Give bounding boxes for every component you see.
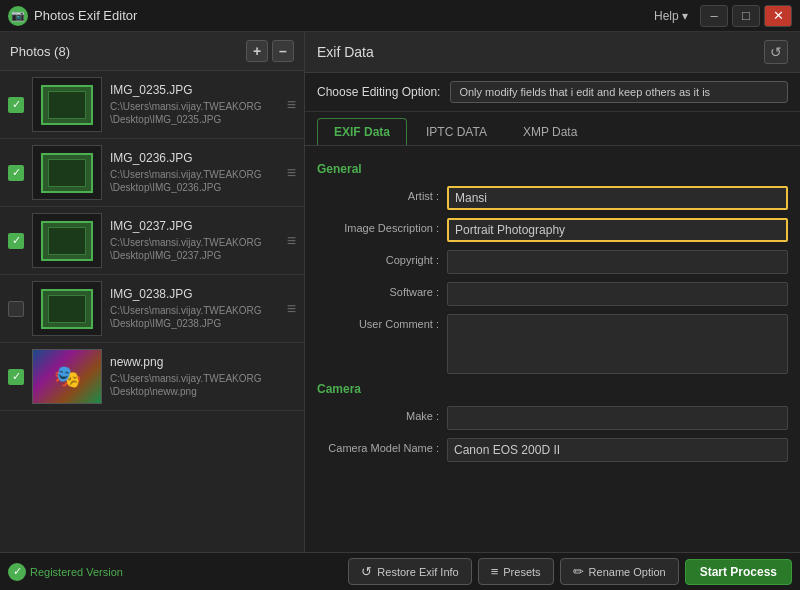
make-field-row: Make :	[317, 406, 788, 430]
tabs-bar: EXIF Data IPTC DATA XMP Data	[305, 112, 800, 146]
title-bar: 📷 Photos Exif Editor Help ▾ – □ ✕	[0, 0, 800, 32]
photo-checkbox[interactable]: ✓	[8, 369, 24, 385]
close-button[interactable]: ✕	[764, 5, 792, 27]
photo-thumbnail	[32, 281, 102, 336]
editing-option-label: Choose Editing Option:	[317, 85, 440, 99]
photo-path: C:\Users\mansi.vijay.TWEAKORG\Desktop\ne…	[110, 372, 296, 398]
camera-model-label: Camera Model Name :	[317, 438, 447, 454]
photo-info: neww.png C:\Users\mansi.vijay.TWEAKORG\D…	[110, 355, 296, 398]
list-item[interactable]: ✓ 🎭 neww.png C:\Users\mansi.vijay.TWEAKO…	[0, 343, 304, 411]
bottom-bar: ✓ Registered Version ↺ Restore Exif Info…	[0, 552, 800, 590]
make-input[interactable]	[447, 406, 788, 430]
photo-menu-icon[interactable]: ≡	[287, 300, 296, 318]
copyright-label: Copyright :	[317, 250, 447, 266]
photo-menu-icon[interactable]: ≡	[287, 232, 296, 250]
left-panel: Photos (8) + – ✓ IMG_0235.JPG C:\Users\m…	[0, 32, 305, 552]
help-button[interactable]: Help ▾	[654, 9, 688, 23]
presets-icon: ≡	[491, 564, 499, 579]
general-section-title: General	[317, 162, 788, 176]
photo-info: IMG_0235.JPG C:\Users\mansi.vijay.TWEAKO…	[110, 83, 283, 126]
photos-count-label: Photos (8)	[10, 44, 70, 59]
photo-info: IMG_0238.JPG C:\Users\mansi.vijay.TWEAKO…	[110, 287, 283, 330]
presets-label: Presets	[503, 566, 540, 578]
photo-thumbnail	[32, 145, 102, 200]
restore-label: Restore Exif Info	[377, 566, 458, 578]
minimize-button[interactable]: –	[700, 5, 728, 27]
photo-name: IMG_0236.JPG	[110, 151, 283, 165]
photo-name: IMG_0238.JPG	[110, 287, 283, 301]
app-logo: 📷	[8, 6, 28, 26]
exif-data-title: Exif Data	[317, 44, 374, 60]
right-panel-header: Exif Data ↺	[305, 32, 800, 73]
right-panel: Exif Data ↺ Choose Editing Option: Only …	[305, 32, 800, 552]
start-process-button[interactable]: Start Process	[685, 559, 792, 585]
photo-checkbox[interactable]: ✓	[8, 233, 24, 249]
photo-list: ✓ IMG_0235.JPG C:\Users\mansi.vijay.TWEA…	[0, 71, 304, 552]
user-comment-field-row: User Comment :	[317, 314, 788, 374]
restore-icon: ↺	[361, 564, 372, 579]
make-label: Make :	[317, 406, 447, 422]
photo-path: C:\Users\mansi.vijay.TWEAKORG\Desktop\IM…	[110, 100, 283, 126]
photo-checkbox[interactable]: ✓	[8, 97, 24, 113]
add-photo-button[interactable]: +	[246, 40, 268, 62]
window-controls: – □ ✕	[700, 5, 792, 27]
artist-input[interactable]	[447, 186, 788, 210]
camera-model-input[interactable]	[447, 438, 788, 462]
bottom-buttons: ↺ Restore Exif Info ≡ Presets ✏ Rename O…	[348, 558, 792, 585]
list-item[interactable]: ✓ IMG_0237.JPG C:\Users\mansi.vijay.TWEA…	[0, 207, 304, 275]
photo-path: C:\Users\mansi.vijay.TWEAKORG\Desktop\IM…	[110, 168, 283, 194]
image-description-input[interactable]	[447, 218, 788, 242]
remove-photo-button[interactable]: –	[272, 40, 294, 62]
photo-info: IMG_0236.JPG C:\Users\mansi.vijay.TWEAKO…	[110, 151, 283, 194]
artist-field-row: Artist :	[317, 186, 788, 210]
image-description-field-row: Image Description :	[317, 218, 788, 242]
registered-text: Registered Version	[30, 566, 123, 578]
copyright-field-row: Copyright :	[317, 250, 788, 274]
rename-icon: ✏	[573, 564, 584, 579]
tab-exif-data[interactable]: EXIF Data	[317, 118, 407, 145]
left-panel-header: Photos (8) + –	[0, 32, 304, 71]
photo-name: IMG_0235.JPG	[110, 83, 283, 97]
rename-option-button[interactable]: ✏ Rename Option	[560, 558, 679, 585]
main-container: Photos (8) + – ✓ IMG_0235.JPG C:\Users\m…	[0, 32, 800, 552]
refresh-button[interactable]: ↺	[764, 40, 788, 64]
software-field-row: Software :	[317, 282, 788, 306]
photo-path: C:\Users\mansi.vijay.TWEAKORG\Desktop\IM…	[110, 304, 283, 330]
rename-label: Rename Option	[589, 566, 666, 578]
photo-thumbnail	[32, 77, 102, 132]
presets-button[interactable]: ≡ Presets	[478, 558, 554, 585]
restore-exif-button[interactable]: ↺ Restore Exif Info	[348, 558, 471, 585]
copyright-input[interactable]	[447, 250, 788, 274]
photo-checkbox[interactable]	[8, 301, 24, 317]
exif-form: General Artist : Image Description : Cop…	[305, 146, 800, 552]
photo-menu-icon[interactable]: ≡	[287, 164, 296, 182]
artist-label: Artist :	[317, 186, 447, 202]
user-comment-textarea[interactable]	[447, 314, 788, 374]
list-item[interactable]: ✓ IMG_0235.JPG C:\Users\mansi.vijay.TWEA…	[0, 71, 304, 139]
software-input[interactable]	[447, 282, 788, 306]
photo-path: C:\Users\mansi.vijay.TWEAKORG\Desktop\IM…	[110, 236, 283, 262]
user-comment-label: User Comment :	[317, 314, 447, 330]
tab-xmp-data[interactable]: XMP Data	[506, 118, 594, 145]
registered-icon: ✓	[8, 563, 26, 581]
photo-thumbnail: 🎭	[32, 349, 102, 404]
list-item[interactable]: ✓ IMG_0236.JPG C:\Users\mansi.vijay.TWEA…	[0, 139, 304, 207]
photo-menu-icon[interactable]: ≡	[287, 96, 296, 114]
app-title: Photos Exif Editor	[34, 8, 654, 23]
camera-model-field-row: Camera Model Name :	[317, 438, 788, 462]
registered-status: ✓ Registered Version	[8, 563, 344, 581]
camera-section-title: Camera	[317, 382, 788, 396]
software-label: Software :	[317, 282, 447, 298]
editing-option-select[interactable]: Only modify fields that i edit and keep …	[450, 81, 788, 103]
image-description-label: Image Description :	[317, 218, 447, 234]
photo-name: IMG_0237.JPG	[110, 219, 283, 233]
photo-checkbox[interactable]: ✓	[8, 165, 24, 181]
list-item[interactable]: IMG_0238.JPG C:\Users\mansi.vijay.TWEAKO…	[0, 275, 304, 343]
photo-thumbnail	[32, 213, 102, 268]
tab-iptc-data[interactable]: IPTC DATA	[409, 118, 504, 145]
editing-option-bar: Choose Editing Option: Only modify field…	[305, 73, 800, 112]
photo-name: neww.png	[110, 355, 296, 369]
maximize-button[interactable]: □	[732, 5, 760, 27]
photo-info: IMG_0237.JPG C:\Users\mansi.vijay.TWEAKO…	[110, 219, 283, 262]
photo-header-buttons: + –	[246, 40, 294, 62]
